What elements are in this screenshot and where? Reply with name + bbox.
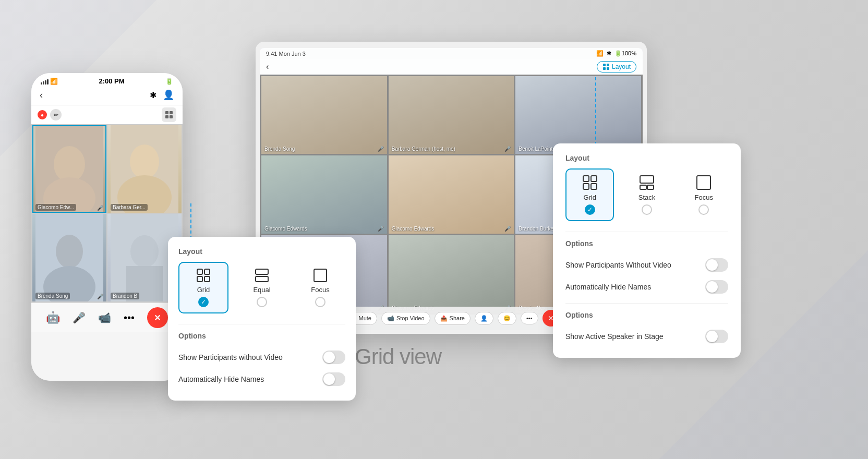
phone-layout-focus[interactable]: Focus	[295, 262, 345, 313]
tablet-emoji-button[interactable]: 😊	[498, 312, 516, 325]
tablet-option-2-row: Automatically Hide Names	[565, 276, 728, 298]
phone-participants-icon[interactable]: 👤	[163, 89, 174, 101]
tablet-layout-grid[interactable]: Grid	[565, 168, 614, 221]
svg-rect-26	[607, 67, 609, 70]
tablet-option-1-label: Show Participants Without Video	[565, 261, 671, 269]
tablet-cell-name-4: Giacomo Edwards	[264, 226, 307, 232]
phone-grid-radio[interactable]	[198, 297, 209, 307]
phone-option-1-toggle[interactable]	[322, 351, 345, 364]
tablet-share-icon: 📤	[440, 315, 448, 322]
phone-video-btn[interactable]: 📹	[98, 311, 111, 324]
tablet-option-3-label: Show Active Speaker in Stage	[565, 332, 664, 341]
tablet-option-2-knob	[706, 281, 718, 293]
tablet-cell-name-6: Brandon Burke	[519, 226, 553, 232]
tablet-layout-stack[interactable]: Stack	[622, 168, 671, 221]
tablet-more-button[interactable]: •••	[521, 312, 538, 324]
tablet-grid-radio[interactable]	[585, 204, 595, 215]
tablet-nav-bar: ‹ Layout	[260, 59, 643, 75]
svg-point-8	[130, 144, 159, 179]
phone-popup-options-title: Options	[178, 332, 345, 340]
phone-end-call-button[interactable]: ✕	[147, 307, 168, 328]
phone-equal-radio[interactable]	[257, 297, 267, 307]
tablet-cell-name-5: Giacomo Edwards	[392, 226, 435, 232]
phone-time: 2:00 PM	[99, 77, 124, 85]
tablet-cell-2[interactable]: Barbara German (host, me) 🎤	[389, 76, 514, 154]
phone-bluetooth-icon: ✱	[150, 90, 156, 100]
svg-point-5	[54, 146, 85, 183]
svg-rect-0	[165, 111, 168, 114]
phone-focus-label: Focus	[311, 286, 329, 294]
svg-rect-28	[591, 176, 597, 182]
tablet-cell-4[interactable]: Giacomo Edwards 🎤	[261, 155, 387, 233]
phone-video-cell-3[interactable]: Brenda Song 🎤	[32, 214, 106, 301]
tablet-layout-focus[interactable]: Focus	[680, 168, 728, 221]
tablet-cell-1[interactable]: Brenda Song 🎤	[261, 76, 387, 154]
phone-grid-icon	[196, 268, 211, 283]
tablet-popup-divider2	[565, 303, 728, 304]
tablet-option-1-row: Show Participants Without Video	[565, 254, 728, 276]
svg-point-14	[130, 235, 159, 268]
phone-focus-icon	[313, 268, 328, 283]
tablet-focus-radio[interactable]	[698, 204, 709, 215]
phone-more-btn[interactable]: •••	[124, 312, 135, 324]
tablet-cell-8[interactable]: Giacomo Edwards 🎤	[389, 235, 514, 313]
tablet-status-bar: 9:41 Mon Jun 3 📶 ✱ 🔋100%	[260, 48, 643, 59]
tablet-option-1-toggle[interactable]	[705, 258, 728, 272]
tablet-grid-label: Grid	[583, 194, 596, 201]
tablet-mic-icon-4: 🎤	[378, 226, 384, 232]
tablet-stack-icon	[639, 175, 655, 190]
phone-cell-name-2: Barbara Ger...	[111, 204, 148, 211]
tablet-cell-3[interactable]: Benoit LaPointe 🎤	[515, 76, 641, 154]
tablet-back-icon[interactable]: ‹	[266, 62, 269, 71]
phone-option-1-row: Show Participants without Video	[178, 346, 345, 368]
phone-bottom-bar: 🤖 🎤 📹 ••• ✕	[31, 303, 183, 332]
tablet-option-3-row: Show Active Speaker in Stage	[565, 325, 728, 347]
svg-rect-31	[640, 176, 654, 183]
phone-option-2-toggle[interactable]	[322, 372, 345, 386]
svg-point-11	[56, 235, 83, 268]
svg-rect-21	[256, 276, 268, 282]
tablet-option-2-label: Automatically Hide Names	[565, 283, 651, 291]
phone-option-1-label: Show Participants without Video	[178, 353, 283, 361]
tablet-stop-video-label: Stop Video	[396, 315, 425, 321]
phone-video-cell-2[interactable]: Barbara Ger...	[107, 125, 182, 213]
tablet-option-2-toggle[interactable]	[705, 280, 728, 294]
svg-rect-20	[256, 269, 268, 274]
tablet-stack-radio[interactable]	[642, 204, 652, 215]
svg-rect-18	[197, 276, 202, 282]
tablet-grid-icon	[582, 175, 598, 190]
tablet-focus-label: Focus	[695, 194, 713, 201]
tablet-share-button[interactable]: 📤 Share	[435, 312, 471, 325]
tablet-stop-video-button[interactable]: 📹 Stop Video	[381, 312, 430, 325]
phone-more-icon[interactable]: ✏	[50, 109, 62, 120]
tablet-cell-5[interactable]: Giacomo Edwards 🎤	[389, 155, 514, 233]
phone-video-grid: Giacomo Edw... 🎤 Barbara Ger...	[31, 124, 183, 303]
phone-popup-divider	[178, 324, 345, 324]
svg-rect-17	[204, 269, 210, 274]
phone-focus-radio[interactable]	[315, 297, 326, 307]
phone-cell-name-4: Brandon B	[111, 293, 139, 299]
tablet-bluetooth-icon: ✱	[607, 50, 611, 57]
tablet-cell-name-1: Brenda Song	[264, 146, 295, 152]
tablet-participants-button[interactable]: 👤	[475, 312, 493, 325]
phone-back-icon[interactable]: ‹	[40, 90, 43, 101]
phone-video-cell-1[interactable]: Giacomo Edw... 🎤	[32, 125, 106, 213]
svg-rect-32	[640, 185, 646, 189]
phone-layout-equal[interactable]: Equal	[237, 262, 287, 313]
svg-rect-16	[197, 269, 202, 274]
tablet-video-icon: 📹	[387, 315, 394, 322]
phone-cell-name-1: Giacomo Edw...	[35, 204, 76, 211]
tablet-focus-icon	[696, 175, 712, 190]
phone-grid-view-icon[interactable]	[162, 107, 176, 122]
phone-layout-grid[interactable]: Grid	[178, 262, 228, 313]
phone-mute-btn[interactable]: 🎤	[73, 311, 86, 324]
tablet-option-3-toggle[interactable]	[705, 330, 728, 343]
svg-rect-19	[204, 276, 210, 282]
phone-equal-icon	[255, 268, 269, 283]
tablet-option-1-knob	[706, 259, 718, 271]
tablet-layout-button[interactable]: Layout	[597, 61, 636, 73]
phone-option-2-label: Automatically Hide Names	[178, 375, 264, 383]
tablet-mic-icon-5: 🎤	[504, 226, 511, 232]
phone-robot-btn[interactable]: 🤖	[46, 311, 60, 324]
tablet-time: 9:41 Mon Jun 3	[266, 51, 306, 57]
